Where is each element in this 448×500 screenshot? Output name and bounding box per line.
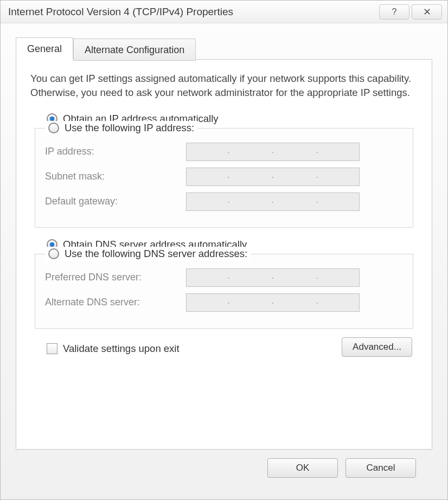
default-gateway-input[interactable]: ...: [186, 193, 360, 211]
titlebar: Internet Protocol Version 4 (TCP/IPv4) P…: [1, 1, 447, 23]
help-button[interactable]: ?: [379, 4, 409, 20]
tab-label: General: [27, 43, 62, 54]
radio-dns-manual[interactable]: Use the following DNS server addresses:: [45, 247, 251, 261]
window-title: Internet Protocol Version 4 (TCP/IPv4) P…: [8, 6, 377, 18]
radio-label: Use the following IP address:: [65, 122, 194, 134]
field-label: Subnet mask:: [45, 171, 186, 182]
help-icon: ?: [392, 7, 397, 17]
button-label: OK: [296, 463, 310, 473]
dns-group: Use the following DNS server addresses: …: [35, 254, 413, 329]
field-label: Preferred DNS server:: [45, 272, 186, 283]
close-icon: ✕: [423, 6, 431, 18]
field-preferred-dns: Preferred DNS server: ...: [45, 268, 403, 287]
field-subnet-mask: Subnet mask: ...: [45, 168, 403, 186]
dialog-buttons: OK Cancel: [16, 450, 432, 478]
button-label: Cancel: [367, 463, 395, 473]
subnet-mask-input[interactable]: ...: [186, 168, 360, 186]
preferred-dns-input[interactable]: ...: [186, 268, 360, 287]
radio-icon: [48, 248, 59, 259]
tab-alternate-configuration[interactable]: Alternate Configuration: [73, 39, 196, 61]
checkbox-label: Validate settings upon exit: [63, 343, 180, 355]
checkbox-icon: [47, 343, 57, 354]
field-label: IP address:: [45, 146, 186, 157]
field-alternate-dns: Alternate DNS server: ...: [45, 293, 403, 312]
alternate-dns-input[interactable]: ...: [186, 293, 360, 312]
tab-label: Alternate Configuration: [85, 44, 184, 55]
tab-strip: General Alternate Configuration: [16, 37, 432, 60]
properties-dialog: Internet Protocol Version 4 (TCP/IPv4) P…: [0, 0, 448, 500]
description-text: You can get IP settings assigned automat…: [30, 72, 418, 100]
radio-ip-manual[interactable]: Use the following IP address:: [45, 121, 197, 135]
button-label: Advanced...: [353, 342, 401, 352]
field-ip-address: IP address: ...: [45, 143, 403, 161]
field-label: Alternate DNS server:: [45, 297, 186, 308]
ip-address-input[interactable]: ...: [186, 143, 360, 161]
tab-general[interactable]: General: [16, 37, 73, 60]
advanced-button[interactable]: Advanced...: [342, 337, 412, 357]
field-label: Default gateway:: [45, 196, 186, 207]
field-default-gateway: Default gateway: ...: [45, 193, 403, 211]
tab-panel-general: You can get IP settings assigned automat…: [16, 59, 432, 450]
close-button[interactable]: ✕: [412, 4, 442, 20]
ip-group: Use the following IP address: IP address…: [35, 128, 413, 228]
radio-icon: [48, 123, 59, 133]
client-area: General Alternate Configuration You can …: [1, 23, 447, 486]
ok-button[interactable]: OK: [267, 458, 338, 478]
radio-label: Use the following DNS server addresses:: [65, 248, 247, 260]
cancel-button[interactable]: Cancel: [345, 458, 416, 478]
